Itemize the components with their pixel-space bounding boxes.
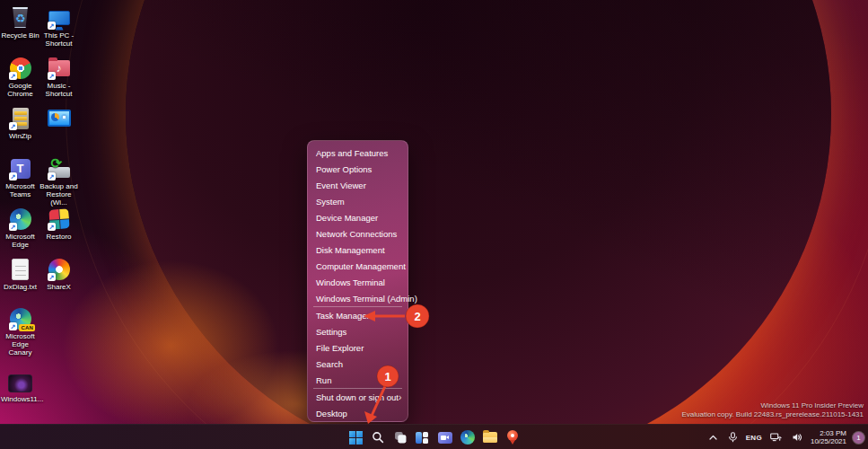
desktop-icon-recycle-bin[interactable]: ♻ Recycle Bin	[1, 5, 39, 40]
menu-item-disk-management[interactable]: Disk Management	[308, 242, 408, 258]
chevron-right-icon: ›	[399, 392, 401, 402]
shortcut-arrow-icon	[48, 72, 56, 80]
taskbar-center-icons	[348, 425, 521, 449]
menu-item-device-manager[interactable]: Device Manager	[308, 209, 408, 225]
desktop-icon-music-shortcut[interactable]: ♪ Music - Shortcut	[39, 56, 78, 98]
menu-item-run[interactable]: Run	[308, 372, 408, 388]
desktop-icon-label: Restoro	[39, 233, 78, 241]
desktop-icon-label: Microsoft Teams	[1, 182, 39, 198]
desktop-icon-control-panel[interactable]	[39, 106, 78, 132]
menu-item-file-explorer[interactable]: File Explorer	[308, 339, 408, 356]
wallpaper-ring	[66, 0, 868, 449]
menu-item-computer-management[interactable]: Computer Management	[308, 258, 408, 274]
notification-badge[interactable]: 1	[853, 432, 864, 444]
desktop-icon-dxdiag-txt[interactable]: DxDiag.txt	[1, 257, 39, 291]
system-tray: ENG 2:03 PM 10/25/2021 1	[706, 425, 864, 449]
windows-logo-icon	[349, 431, 363, 445]
desktop-icon-label: Microsoft Edge	[1, 233, 39, 249]
desktop-icon-restoro[interactable]: Restoro	[39, 207, 78, 241]
widgets-button[interactable]	[416, 430, 431, 445]
insider-watermark: Windows 11 Pro Insider Preview Evaluatio…	[681, 401, 864, 418]
tray-overflow-button[interactable]	[706, 431, 720, 445]
canary-badge: CAN	[19, 324, 35, 331]
menu-item-search[interactable]: Search	[308, 356, 408, 372]
desktop-icon-label: WinZip	[1, 132, 39, 140]
microphone-tray-button[interactable]	[726, 430, 740, 445]
menu-item-apps-and-features[interactable]: Apps and Features	[308, 145, 408, 161]
menu-item-windows-terminal[interactable]: Windows Terminal	[308, 274, 408, 290]
widgets-icon	[416, 432, 430, 444]
language-indicator[interactable]: ENG	[746, 434, 762, 442]
map-pin-icon	[507, 430, 518, 445]
folder-icon	[483, 432, 497, 443]
desktop-icon-label: DxDiag.txt	[1, 283, 39, 291]
edge-icon	[460, 430, 475, 445]
network-icon	[770, 432, 782, 443]
desktop-icon-label: Windows11...	[1, 395, 39, 403]
desktop-icon-this-pc-shortcut[interactable]: This PC - Shortcut	[39, 5, 78, 48]
task-view-icon	[394, 431, 407, 444]
image-thumbnail-icon	[8, 374, 32, 392]
network-tray-button[interactable]	[768, 430, 784, 445]
shortcut-arrow-icon	[48, 22, 56, 30]
task-view-button[interactable]	[393, 430, 408, 445]
menu-item-network-connections[interactable]: Network Connections	[308, 225, 408, 242]
recycle-bin-icon: ♻	[12, 7, 29, 28]
chevron-up-icon	[708, 433, 718, 443]
clock[interactable]: 2:03 PM 10/25/2021	[811, 429, 846, 446]
file-explorer-button[interactable]	[483, 430, 498, 445]
desktop-icon-microsoft-teams[interactable]: T Microsoft Teams	[1, 156, 39, 198]
search-icon	[372, 431, 384, 444]
watermark-line1: Windows 11 Pro Insider Preview	[681, 401, 864, 410]
desktop-icon-winzip[interactable]: WinZip	[1, 106, 39, 140]
menu-item-power-options[interactable]: Power Options	[308, 161, 408, 177]
desktop-icon-label: Music - Shortcut	[39, 82, 78, 98]
desktop-icon-google-chrome[interactable]: Google Chrome	[1, 56, 39, 98]
speaker-icon	[792, 432, 802, 443]
menu-item-settings[interactable]: Settings	[308, 323, 408, 339]
desktop-icon-windows11-image[interactable]: Windows11...	[1, 374, 39, 403]
edge-taskbar-button[interactable]	[460, 430, 476, 445]
menu-item-task-manager[interactable]: Task Manager	[308, 307, 408, 323]
desktop-icon-label: This PC - Shortcut	[39, 31, 78, 48]
desktop-icon-label: Backup and Restore (Wi...	[39, 182, 78, 207]
search-button[interactable]	[371, 430, 386, 445]
menu-item-event-viewer[interactable]: Event Viewer	[308, 177, 408, 193]
shortcut-arrow-icon	[9, 322, 17, 330]
shortcut-arrow-icon	[48, 223, 56, 231]
shortcut-arrow-icon	[9, 72, 17, 80]
shortcut-arrow-icon	[9, 122, 17, 130]
control-panel-icon	[48, 110, 71, 127]
desktop-icon-label: Google Chrome	[1, 82, 39, 98]
menu-item-system[interactable]: System	[308, 193, 408, 209]
shortcut-arrow-icon	[48, 172, 56, 180]
menu-item-desktop[interactable]: Desktop	[308, 405, 408, 421]
volume-tray-button[interactable]	[790, 430, 804, 445]
menu-item-shut-down-or-sign-out[interactable]: Shut down or sign out ›	[308, 389, 408, 405]
watermark-line2: Evaluation copy. Build 22483.rs_prerelea…	[681, 410, 864, 419]
chat-button[interactable]	[438, 430, 453, 445]
tray-time: 2:03 PM	[811, 429, 846, 438]
taskbar: ENG 2:03 PM 10/25/2021 1	[0, 424, 868, 449]
shortcut-arrow-icon	[9, 172, 17, 180]
shortcut-arrow-icon	[48, 273, 56, 281]
desktop-wallpaper	[0, 0, 868, 449]
chat-icon	[438, 432, 452, 444]
desktop-icon-microsoft-edge-canary[interactable]: CAN Microsoft Edge Canary	[1, 306, 39, 357]
microphone-icon	[728, 432, 738, 443]
pinned-app-button[interactable]	[505, 430, 521, 445]
desktop-icon-sharex[interactable]: ShareX	[39, 257, 78, 291]
start-button[interactable]	[348, 430, 364, 445]
desktop-icon-microsoft-edge[interactable]: Microsoft Edge	[1, 207, 39, 249]
menu-item-windows-terminal-admin[interactable]: Windows Terminal (Admin)	[308, 290, 408, 306]
desktop-icon-backup-and-restore[interactable]: Backup and Restore (Wi...	[39, 156, 78, 207]
desktop-icon-label: Recycle Bin	[1, 31, 39, 40]
desktop-icon-label: ShareX	[39, 283, 78, 291]
shortcut-arrow-icon	[9, 223, 17, 231]
desktop-icon-label: Microsoft Edge Canary	[1, 332, 39, 357]
tray-date: 10/25/2021	[811, 437, 846, 446]
winx-context-menu: Apps and Features Power Options Event Vi…	[307, 140, 408, 422]
text-document-icon	[12, 259, 29, 280]
